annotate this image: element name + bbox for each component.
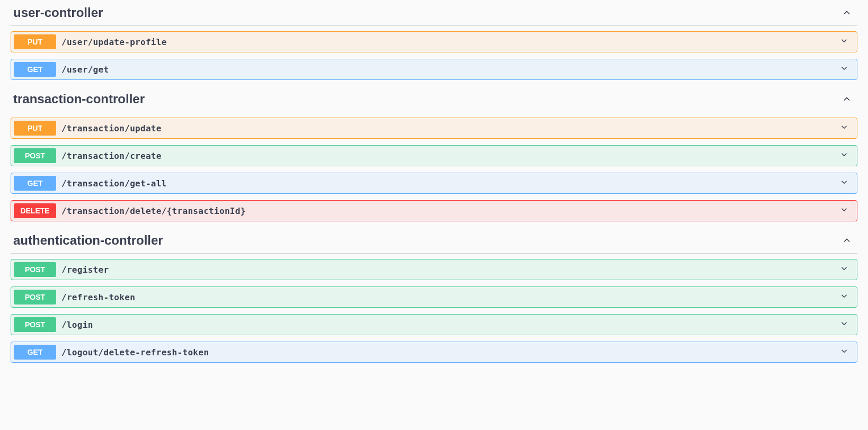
operation-list: PUT /user/update-profile GET /user/get — [11, 31, 857, 80]
chevron-down-icon — [834, 346, 854, 358]
http-method-badge: POST — [14, 148, 56, 163]
operation-row[interactable]: POST /login — [11, 314, 857, 335]
operation-path: /logout/delete-refresh-token — [56, 347, 834, 357]
tag-section-transaction-controller: transaction-controller PUT /transaction/… — [11, 86, 857, 221]
operation-path: /register — [56, 265, 834, 275]
operation-row[interactable]: POST /register — [11, 259, 857, 280]
tag-name: authentication-controller — [13, 233, 163, 248]
operation-row[interactable]: POST /transaction/create — [11, 145, 857, 166]
tag-header[interactable]: transaction-controller — [11, 86, 857, 112]
tag-header[interactable]: user-controller — [11, 0, 857, 26]
tag-name: user-controller — [13, 5, 103, 20]
http-method-badge: POST — [14, 290, 56, 304]
operation-row[interactable]: PUT /transaction/update — [11, 118, 857, 139]
operation-path: /user/update-profile — [56, 37, 834, 47]
tag-section-authentication-controller: authentication-controller POST /register… — [11, 228, 857, 363]
operation-row[interactable]: DELETE /transaction/delete/{transactionI… — [11, 200, 857, 221]
operation-row[interactable]: GET /logout/delete-refresh-token — [11, 342, 857, 363]
operation-path: /transaction/create — [56, 151, 834, 161]
http-method-badge: DELETE — [14, 203, 56, 218]
operation-path: /refresh-token — [56, 292, 834, 302]
operation-path: /transaction/get-all — [56, 178, 834, 189]
chevron-up-icon — [842, 94, 852, 104]
tag-section-user-controller: user-controller PUT /user/update-profile… — [11, 0, 857, 80]
http-method-badge: POST — [14, 262, 56, 277]
chevron-down-icon — [834, 122, 854, 134]
tag-name: transaction-controller — [13, 92, 145, 106]
operation-row[interactable]: PUT /user/update-profile — [11, 31, 857, 52]
api-doc-container: user-controller PUT /user/update-profile… — [0, 0, 868, 380]
http-method-badge: GET — [14, 345, 56, 360]
chevron-down-icon — [834, 64, 854, 75]
http-method-badge: PUT — [14, 121, 56, 136]
chevron-down-icon — [834, 319, 854, 330]
chevron-down-icon — [834, 36, 854, 48]
operation-path: /transaction/update — [56, 123, 834, 133]
chevron-down-icon — [834, 264, 854, 275]
chevron-down-icon — [834, 177, 854, 189]
http-method-badge: GET — [14, 176, 56, 191]
http-method-badge: POST — [14, 317, 56, 332]
operation-list: PUT /transaction/update POST /transactio… — [11, 118, 857, 221]
operation-path: /user/get — [56, 65, 834, 75]
operation-row[interactable]: GET /transaction/get-all — [11, 173, 857, 194]
http-method-badge: GET — [14, 62, 56, 77]
tag-header[interactable]: authentication-controller — [11, 228, 857, 254]
operation-row[interactable]: GET /user/get — [11, 59, 857, 80]
chevron-down-icon — [834, 205, 854, 217]
operation-path: /login — [56, 320, 834, 330]
chevron-down-icon — [834, 150, 854, 162]
chevron-up-icon — [842, 7, 852, 18]
http-method-badge: PUT — [14, 34, 56, 49]
operation-list: POST /register POST /refresh-token POST … — [11, 259, 857, 363]
chevron-up-icon — [842, 235, 852, 246]
operation-path: /transaction/delete/{transactionId} — [56, 206, 834, 216]
operation-row[interactable]: POST /refresh-token — [11, 286, 857, 308]
chevron-down-icon — [834, 291, 854, 303]
